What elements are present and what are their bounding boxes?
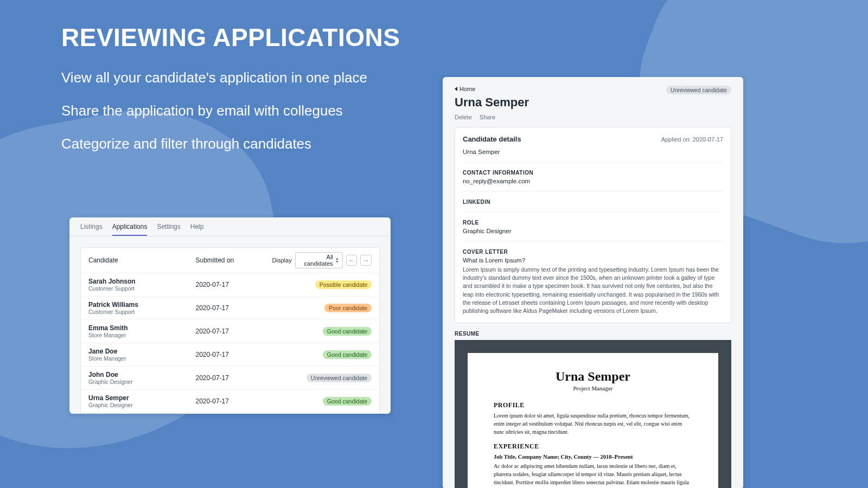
candidate-name: Patrick Williams bbox=[88, 301, 196, 309]
resume-section-label: RESUME bbox=[443, 331, 743, 340]
display-label: Display bbox=[272, 257, 292, 264]
hero-line: Share the application by email with coll… bbox=[61, 100, 400, 121]
candidate-role: Customer Support bbox=[88, 309, 196, 315]
resume-role: Project Manager bbox=[494, 385, 692, 391]
resume-profile-text: Lorem ipsum dolor sit amet, ligula suspe… bbox=[494, 412, 692, 436]
tab-bar: Listings Applications Settings Help bbox=[69, 217, 391, 236]
hero-line: Categorize and filter through candidates bbox=[61, 133, 400, 155]
candidate-role: Customer Support bbox=[88, 285, 196, 292]
chevron-left-icon bbox=[455, 87, 457, 91]
table-row[interactable]: Sarah JohnsonCustomer Support2020-07-17P… bbox=[81, 273, 379, 297]
status-badge: Good candidate bbox=[323, 350, 372, 359]
candidate-details-card: Candidate details Applied on: 2020-07-17… bbox=[455, 127, 731, 323]
tab-applications[interactable]: Applications bbox=[112, 223, 148, 236]
hero-section: REVIEWING APPLICATIONS View all your can… bbox=[61, 23, 400, 155]
submitted-date: 2020-07-17 bbox=[196, 397, 272, 405]
status-badge: Unreviewed candidate bbox=[307, 374, 372, 382]
filter-value: All candidates bbox=[299, 254, 333, 267]
delete-button[interactable]: Delete bbox=[455, 114, 472, 120]
role-value: Graphic Designer bbox=[463, 228, 723, 234]
tab-settings[interactable]: Settings bbox=[157, 223, 180, 236]
table-footer: ← → bbox=[81, 413, 379, 414]
table-row[interactable]: Emma SmithStore Manager2020-07-17Good ca… bbox=[81, 320, 379, 343]
contact-value: no_reply@example.com bbox=[463, 178, 723, 184]
table-row[interactable]: Patrick WilliamsCustomer Support2020-07-… bbox=[81, 297, 379, 320]
tab-listings[interactable]: Listings bbox=[80, 223, 103, 236]
table-header-row: Candidate Submitted on Display All candi… bbox=[81, 248, 379, 273]
filter-dropdown[interactable]: All candidates ▲▼ bbox=[295, 252, 343, 268]
submitted-date: 2020-07-17 bbox=[196, 374, 272, 382]
status-badge: Good candidate bbox=[323, 397, 372, 406]
hero-line: View all your candidate's application in… bbox=[61, 67, 400, 88]
candidate-name-title: Urna Semper bbox=[455, 95, 529, 110]
prev-page-button[interactable]: ← bbox=[346, 255, 358, 266]
candidate-role: Store Manager bbox=[88, 332, 196, 338]
col-header-candidate: Candidate bbox=[88, 256, 196, 264]
status-badge: Possible candidate bbox=[315, 280, 372, 289]
cover-letter-title: What is Lorem Ipsum? bbox=[463, 257, 723, 264]
share-button[interactable]: Share bbox=[480, 114, 495, 120]
status-badge: Unreviewed candidate bbox=[666, 86, 731, 94]
table-row[interactable]: John DoeGraphic Designer2020-07-17Unrevi… bbox=[81, 367, 379, 390]
table-row[interactable]: Jane DoeStore Manager2020-07-17Good cand… bbox=[81, 343, 379, 367]
cover-letter-body: Lorem Ipsum is simply dummy text of the … bbox=[463, 266, 723, 315]
candidate-name: Sarah Johnson bbox=[88, 278, 196, 285]
table-row[interactable]: Urna SemperGraphic Designer2020-07-17Goo… bbox=[81, 390, 379, 413]
applied-on-label: Applied on: 2020-07-17 bbox=[661, 136, 723, 143]
applications-list-panel: Listings Applications Settings Help Cand… bbox=[69, 217, 391, 414]
candidate-name: Urna Semper bbox=[463, 149, 723, 155]
candidate-role: Graphic Designer bbox=[88, 378, 196, 385]
resume-name: Urna Semper bbox=[494, 369, 692, 384]
contact-label: CONTACT INFORMATION bbox=[463, 170, 723, 176]
candidate-name: Urna Semper bbox=[88, 394, 196, 402]
linkedin-label: LINKEDIN bbox=[463, 199, 723, 205]
submitted-date: 2020-07-17 bbox=[196, 304, 272, 312]
candidate-name: John Doe bbox=[88, 371, 196, 378]
candidate-role: Graphic Designer bbox=[88, 402, 196, 408]
page-title: REVIEWING APPLICATIONS bbox=[61, 23, 400, 52]
candidate-name: Jane Doe bbox=[88, 348, 196, 355]
role-label: ROLE bbox=[463, 220, 723, 226]
resume-job-title: Job Title, Company Name; City, County — … bbox=[494, 454, 692, 460]
sort-icon: ▲▼ bbox=[335, 257, 339, 264]
col-header-submitted: Submitted on bbox=[196, 256, 272, 264]
resume-page: Urna Semper Project Manager PROFILE Lore… bbox=[468, 353, 718, 488]
submitted-date: 2020-07-17 bbox=[196, 351, 272, 358]
home-link[interactable]: Home bbox=[455, 86, 529, 92]
resume-experience-heading: EXPERIENCE bbox=[494, 442, 692, 451]
resume-job-body: Ac dolor ac adipiscing amet bibendum nul… bbox=[494, 462, 692, 488]
tab-help[interactable]: Help bbox=[190, 223, 204, 236]
table-display-controls: Display All candidates ▲▼ ← → bbox=[272, 252, 372, 268]
card-title: Candidate details bbox=[463, 135, 521, 143]
status-badge: Good candidate bbox=[323, 327, 372, 336]
detail-header: Home Urna Semper Delete Share Unreviewed… bbox=[443, 86, 743, 127]
candidate-name: Emma Smith bbox=[88, 324, 196, 332]
resume-profile-heading: PROFILE bbox=[494, 401, 692, 409]
home-link-label: Home bbox=[459, 86, 475, 92]
cover-letter-label: COVER LETTER bbox=[463, 249, 723, 255]
candidates-table: Candidate Submitted on Display All candi… bbox=[80, 247, 380, 414]
next-page-button[interactable]: → bbox=[360, 255, 372, 266]
resume-preview: Urna Semper Project Manager PROFILE Lore… bbox=[455, 340, 731, 488]
submitted-date: 2020-07-17 bbox=[196, 328, 272, 335]
candidate-role: Store Manager bbox=[88, 355, 196, 362]
submitted-date: 2020-07-17 bbox=[196, 281, 272, 288]
candidate-detail-panel: Home Urna Semper Delete Share Unreviewed… bbox=[443, 77, 743, 488]
status-badge: Poor candidate bbox=[324, 304, 372, 312]
